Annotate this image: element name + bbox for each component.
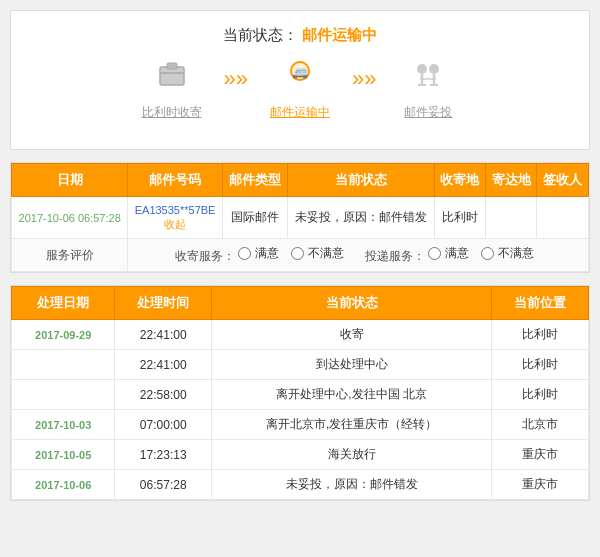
tracking-table-section: 日期 邮件号码 邮件类型 当前状态 收寄地 寄达地 签收人 2017-10-06… (10, 162, 590, 273)
loc-th-date: 处理日期 (12, 287, 115, 320)
loc-status: 离开北京市,发往重庆市（经转） (212, 410, 492, 440)
loc-status: 到达处理中心 (212, 350, 492, 380)
location-row: 2017-10-03 07:00:00 离开北京市,发往重庆市（经转） 北京市 (12, 410, 589, 440)
loc-date (12, 380, 115, 410)
deliver-unsatisfied-radio[interactable] (481, 247, 494, 260)
svg-point-7 (429, 64, 439, 74)
deliver-satisfied-label: 满意 (445, 245, 469, 262)
service-content: 收寄服务： 满意 不满意 投递服务： 满意 (128, 239, 589, 272)
tracking-table: 日期 邮件号码 邮件类型 当前状态 收寄地 寄达地 签收人 2017-10-06… (11, 163, 589, 272)
deliver-satisfied-radio[interactable] (428, 247, 441, 260)
loc-date: 2017-10-06 (12, 470, 115, 500)
step-deliver-label[interactable]: 邮件妥投 (404, 104, 452, 121)
loc-th-status: 当前状态 (212, 287, 492, 320)
loc-date: 2017-10-05 (12, 440, 115, 470)
loc-location: 比利时 (492, 350, 589, 380)
location-row: 22:58:00 离开处理中心,发往中国 北京 比利时 (12, 380, 589, 410)
status-title: 当前状态： 邮件运输中 (21, 26, 579, 45)
arrow-1: »» (224, 66, 248, 92)
loc-location: 重庆市 (492, 440, 589, 470)
status-card: 当前状态： 邮件运输中 比利时收寄 »» (10, 10, 590, 150)
location-table: 处理日期 处理时间 当前状态 当前位置 2017-09-29 22:41:00 … (11, 286, 589, 500)
loc-time: 06:57:28 (115, 470, 212, 500)
collect-unsatisfied-radio[interactable] (291, 247, 304, 260)
deliver-unsatisfied-group: 不满意 (481, 245, 534, 262)
status-steps: 比利时收寄 »» 🚐 邮件运输中 »» (21, 57, 579, 121)
loc-status: 离开处理中心,发往中国 北京 (212, 380, 492, 410)
step-transit: 🚐 邮件运输中 (250, 57, 350, 121)
th-status: 当前状态 (287, 164, 434, 197)
service-row: 服务评价 收寄服务： 满意 不满意 投递服务： (12, 239, 589, 272)
loc-date: 2017-09-29 (12, 320, 115, 350)
svg-point-6 (417, 64, 427, 74)
th-signer: 签收人 (537, 164, 589, 197)
svg-rect-1 (167, 63, 177, 69)
collect-service-label: 收寄服务： (175, 249, 235, 263)
step-deliver: 邮件妥投 (378, 57, 478, 121)
collect-satisfied-radio[interactable] (238, 247, 251, 260)
status-value: 邮件运输中 (302, 26, 377, 43)
location-row: 2017-10-05 17:23:13 海关放行 重庆市 (12, 440, 589, 470)
th-dest: 寄达地 (486, 164, 537, 197)
loc-location: 比利时 (492, 380, 589, 410)
row-date: 2017-10-06 06:57:28 (12, 197, 128, 239)
loc-time: 22:58:00 (115, 380, 212, 410)
loc-status: 收寄 (212, 320, 492, 350)
loc-time: 22:41:00 (115, 350, 212, 380)
transit-icon: 🚐 (280, 57, 320, 100)
step-collect: 比利时收寄 (122, 57, 222, 121)
main-container: 当前状态： 邮件运输中 比利时收寄 »» (10, 10, 590, 501)
tracking-row: 2017-10-06 06:57:28 EA13535**57BE 收起 国际邮… (12, 197, 589, 239)
step-collect-label[interactable]: 比利时收寄 (142, 104, 202, 121)
loc-th-time: 处理时间 (115, 287, 212, 320)
step-transit-label[interactable]: 邮件运输中 (270, 104, 330, 121)
collect-unsatisfied-label: 不满意 (308, 245, 344, 262)
loc-location: 北京市 (492, 410, 589, 440)
tracking-number: EA13535**57BE (135, 204, 216, 216)
svg-text:🚐: 🚐 (292, 63, 309, 80)
collect-unsatisfied-group: 不满意 (291, 245, 344, 262)
deliver-unsatisfied-label: 不满意 (498, 245, 534, 262)
row-type: 国际邮件 (222, 197, 287, 239)
loc-location: 重庆市 (492, 470, 589, 500)
svg-rect-0 (160, 67, 184, 85)
loc-time: 22:41:00 (115, 320, 212, 350)
loc-date (12, 350, 115, 380)
loc-th-location: 当前位置 (492, 287, 589, 320)
row-collect-place: 比利时 (434, 197, 485, 239)
status-label: 当前状态： (223, 26, 298, 43)
loc-time: 07:00:00 (115, 410, 212, 440)
arrow-2: »» (352, 66, 376, 92)
row-dest-place (486, 197, 537, 239)
collect-satisfied-label: 满意 (255, 245, 279, 262)
row-tracking: EA13535**57BE 收起 (128, 197, 222, 239)
location-table-section: 处理日期 处理时间 当前状态 当前位置 2017-09-29 22:41:00 … (10, 285, 590, 501)
row-signer (537, 197, 589, 239)
location-row: 22:41:00 到达处理中心 比利时 (12, 350, 589, 380)
row-status: 未妥投，原因：邮件错发 (287, 197, 434, 239)
loc-location: 比利时 (492, 320, 589, 350)
location-row: 2017-10-06 06:57:28 未妥投，原因：邮件错发 重庆市 (12, 470, 589, 500)
th-collect: 收寄地 (434, 164, 485, 197)
deliver-icon (410, 57, 446, 100)
th-tracking: 邮件号码 (128, 164, 222, 197)
tracking-collapse[interactable]: 收起 (164, 218, 186, 230)
th-type: 邮件类型 (222, 164, 287, 197)
th-date: 日期 (12, 164, 128, 197)
loc-date: 2017-10-03 (12, 410, 115, 440)
collect-icon (154, 57, 190, 100)
loc-status: 未妥投，原因：邮件错发 (212, 470, 492, 500)
deliver-satisfied-group: 满意 (428, 245, 469, 262)
service-label: 服务评价 (12, 239, 128, 272)
deliver-service-label: 投递服务： (365, 249, 425, 263)
location-row: 2017-09-29 22:41:00 收寄 比利时 (12, 320, 589, 350)
loc-time: 17:23:13 (115, 440, 212, 470)
collect-satisfied-group: 满意 (238, 245, 279, 262)
loc-status: 海关放行 (212, 440, 492, 470)
